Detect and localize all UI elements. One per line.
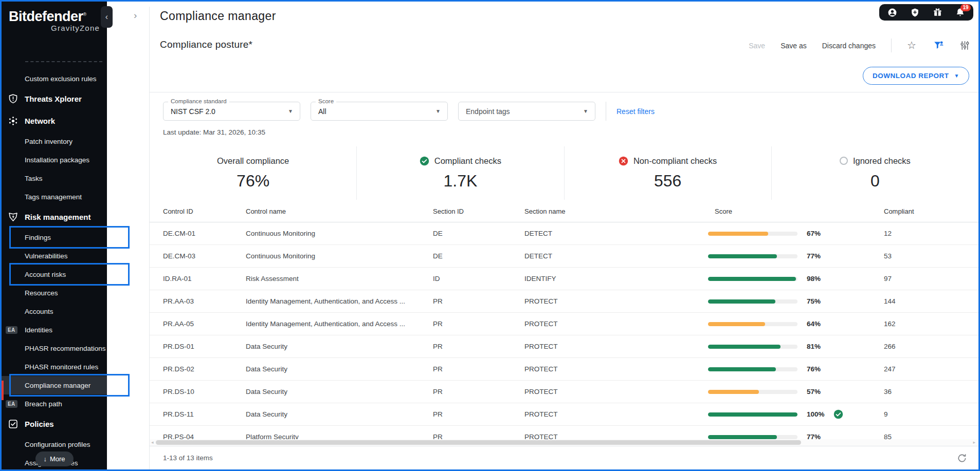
sidebar-item-tasks[interactable]: Tasks: [2, 169, 107, 187]
divider: [891, 39, 892, 52]
sliders-icon[interactable]: [959, 40, 970, 51]
cell-score: 77%: [708, 433, 884, 439]
sidebar-item-policies[interactable]: Policies: [2, 413, 107, 435]
stat-overall-compliance: Overall compliance 76%: [150, 146, 356, 200]
sidebar-item-label: Installation packages: [25, 156, 89, 164]
sidebar-item-patch-inventory[interactable]: Patch inventory: [2, 132, 107, 150]
score-percent: 57%: [807, 388, 827, 395]
shield-plus-icon[interactable]: [910, 8, 920, 17]
sidebar-item-findings[interactable]: Findings: [2, 228, 107, 247]
cell-compliant: 85: [884, 433, 978, 439]
scroll-right-arrow-icon[interactable]: ▸: [973, 439, 975, 446]
more-button[interactable]: ↓ More: [35, 451, 73, 466]
sidebar-item-label: Resources: [25, 289, 58, 297]
horizontal-scrollbar[interactable]: ◂ ▸: [150, 439, 978, 446]
cell-control-id: PR.DS-01: [163, 343, 246, 350]
cell-section-name: PROTECT: [524, 297, 708, 305]
stat-label: Overall compliance: [217, 156, 289, 166]
sidebar-item-installation-packages[interactable]: Installation packages: [2, 150, 107, 169]
chevron-left-icon: ‹: [105, 12, 108, 22]
sidebar-collapse-handle[interactable]: ‹: [101, 6, 113, 28]
sidebar-item-phasr-monitored-rules[interactable]: PHASR monitored rules: [2, 357, 107, 376]
top-icon-bar: 19: [879, 4, 973, 21]
endpoint-tags-select[interactable]: Endpoint tags ▼: [458, 102, 595, 121]
sidebar-item-configuration-profiles[interactable]: Configuration profiles: [2, 435, 107, 454]
stat-label: Ignored checks: [853, 156, 911, 166]
sidebar-item-custom-exclusion-rules[interactable]: Custom exclusion rules: [2, 69, 107, 88]
cell-control-name: Data Security: [246, 343, 433, 350]
sidebar-item-identities[interactable]: EAIdentities: [2, 321, 107, 339]
notification-badge: 19: [960, 4, 971, 11]
cell-section-name: PROTECT: [524, 343, 708, 350]
cell-section-name: DETECT: [524, 252, 708, 260]
table-row-pr-ps-04[interactable]: PR.PS-04Platform SecurityPRPROTECT77%85: [150, 426, 978, 439]
registered-mark: ®: [83, 12, 86, 17]
cell-section-id: PR: [433, 297, 524, 305]
table-header-row: Control IDControl nameSection IDSection …: [150, 200, 978, 222]
table-row-pr-ds-01[interactable]: PR.DS-01Data SecurityPRPROTECT81%266: [150, 335, 978, 358]
chevron-down-icon: ▼: [954, 73, 959, 79]
shield-alert-icon: [8, 93, 19, 104]
sidebar-item-tags-management[interactable]: Tags management: [2, 187, 107, 206]
table-row-pr-aa-03[interactable]: PR.AA-03Identity Management, Authenticat…: [150, 290, 978, 313]
cell-section-name: PROTECT: [524, 433, 708, 439]
sidebar-item-accounts[interactable]: Accounts: [2, 302, 107, 321]
bell-icon[interactable]: 19: [955, 8, 965, 17]
check-badge-icon: [833, 409, 843, 419]
compliance-standard-select[interactable]: Compliance standard NIST CSF 2.0 ▼: [163, 102, 300, 121]
cell-score: 75%: [708, 297, 884, 305]
cell-section-name: PROTECT: [524, 410, 708, 418]
score-select[interactable]: Score All ▼: [311, 102, 448, 121]
stat-value: 0: [870, 172, 880, 191]
discard-changes-button[interactable]: Discard changes: [822, 42, 876, 50]
sidebar-item-threats-xplorer[interactable]: Threats Xplorer: [2, 88, 107, 110]
table-row-pr-ds-02[interactable]: PR.DS-02Data SecurityPRPROTECT76%247: [150, 358, 978, 381]
table-row-de-cm-03[interactable]: DE.CM-03Continuous MonitoringDEDETECT77%…: [150, 245, 978, 268]
cell-compliant: 266: [884, 343, 978, 350]
table-row-pr-ds-11[interactable]: PR.DS-11Data SecurityPRPROTECT100%9: [150, 403, 978, 426]
sidebar-item-label: Threats Xplorer: [25, 95, 82, 103]
sidebar-item-resources[interactable]: Resources: [2, 284, 107, 302]
sidebar-item-label: PHASR monitored rules: [25, 363, 98, 371]
cell-section-id: DE: [433, 230, 524, 237]
cell-control-id: PR.DS-10: [163, 388, 246, 395]
sidebar-item-label: Compliance manager: [25, 382, 90, 389]
sidebar-item-phasr-recommendations[interactable]: PHASR recommendations: [2, 339, 107, 357]
chevron-right-icon[interactable]: ›: [134, 10, 137, 21]
column-header-compliant: Compliant: [884, 208, 978, 215]
sidebar-item-label: Custom exclusion rules: [25, 75, 97, 83]
scroll-left-arrow-icon[interactable]: ◂: [151, 439, 154, 446]
cell-compliant: 144: [884, 297, 978, 305]
app-window: Bitdefender® GravityZone Custom exclusio…: [0, 0, 980, 471]
table-row-pr-aa-05[interactable]: PR.AA-05Identity Management, Authenticat…: [150, 313, 978, 335]
cell-section-id: DE: [433, 252, 524, 260]
reset-filters-link[interactable]: Reset filters: [616, 107, 655, 116]
cell-section-name: PROTECT: [524, 388, 708, 395]
sidebar-item-account-risks[interactable]: Account risks: [2, 265, 107, 284]
sidebar-item-breach-path[interactable]: EABreach path: [2, 394, 107, 413]
column-header-control-name: Control name: [246, 208, 433, 215]
star-icon[interactable]: ☆: [907, 40, 918, 51]
sidebar-item-vulnerabilities[interactable]: Vulnerabilities: [2, 247, 107, 265]
refresh-icon[interactable]: [957, 453, 967, 463]
x-circle-icon: [619, 156, 628, 166]
column-header-control-id: Control ID: [163, 208, 246, 215]
sidebar-item-network[interactable]: Network: [2, 110, 107, 132]
sidebar-item-compliance-manager[interactable]: Compliance manager: [2, 376, 107, 394]
table-row-de-cm-01[interactable]: DE.CM-01Continuous MonitoringDEDETECT67%…: [150, 222, 978, 245]
filter-user-icon[interactable]: [933, 40, 944, 51]
sidebar-item-risk-management[interactable]: Risk management: [2, 206, 107, 228]
chevron-down-icon: ▼: [583, 108, 588, 114]
gift-icon[interactable]: [933, 8, 942, 17]
account-icon[interactable]: [887, 8, 897, 17]
score-percent: 75%: [807, 297, 827, 305]
items-count-label: 1-13 of 13 items: [163, 454, 213, 462]
cell-control-name: Platform Security: [246, 433, 433, 439]
table-row-pr-ds-10[interactable]: PR.DS-10Data SecurityPRPROTECT57%36: [150, 381, 978, 403]
table-row-id-ra-01[interactable]: ID.RA-01Risk AssessmentIDIDENTIFY98%97: [150, 268, 978, 290]
cell-compliant: 9: [884, 410, 978, 418]
save-button[interactable]: Save: [749, 42, 765, 50]
scrollbar-thumb[interactable]: [156, 440, 801, 445]
download-report-button[interactable]: DOWNLOAD REPORT ▼: [863, 67, 969, 85]
save-as-button[interactable]: Save as: [781, 42, 807, 50]
